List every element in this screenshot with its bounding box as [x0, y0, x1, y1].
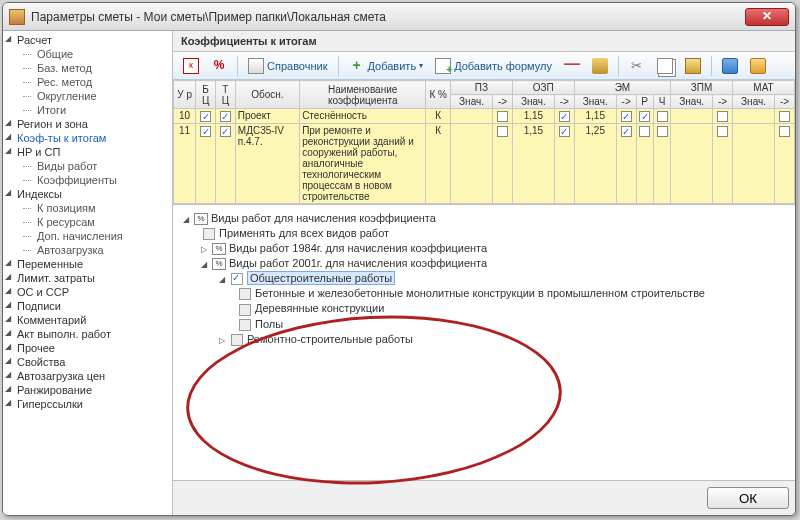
col-em-arrow[interactable]: -> — [616, 95, 636, 109]
collapse-icon[interactable]: ◢ — [199, 260, 209, 269]
tree-concrete[interactable]: Бетонные и железобетонные монолитные кон… — [181, 286, 787, 301]
collapse-icon[interactable]: ◢ — [181, 215, 191, 224]
checkbox[interactable] — [239, 304, 251, 316]
nav-group[interactable]: НР и СП — [3, 145, 172, 159]
nav-group[interactable]: Расчет — [3, 33, 172, 47]
nav-tree[interactable]: РасчетОбщиеБаз. методРес. методОкруглени… — [3, 31, 173, 515]
checkbox[interactable] — [203, 228, 215, 240]
reference-button[interactable]: Справочник — [244, 56, 332, 76]
nav-item[interactable]: К ресурсам — [3, 215, 172, 229]
col-name[interactable]: Наименование коэффициента — [300, 81, 426, 109]
k-icon: к — [183, 58, 199, 74]
nav-item[interactable]: Общие — [3, 47, 172, 61]
tree-general-works[interactable]: ◢Общестроительные работы — [181, 271, 787, 286]
col-mat-arrow[interactable]: -> — [775, 95, 795, 109]
nav-item[interactable]: Итоги — [3, 103, 172, 117]
checkbox[interactable] — [231, 334, 243, 346]
col-pz-val[interactable]: Знач. — [451, 95, 493, 109]
paste-button[interactable] — [681, 56, 705, 76]
close-button[interactable]: ✕ — [745, 8, 789, 26]
tree-apply-all[interactable]: Применять для всех видов работ — [181, 226, 787, 241]
nav-group[interactable]: Свойства — [3, 355, 172, 369]
tree-wood[interactable]: Деревянные конструкции — [181, 301, 787, 316]
checkbox[interactable] — [239, 319, 251, 331]
col-obosn[interactable]: Обосн. — [235, 81, 299, 109]
nav-group[interactable]: Автозагрузка цен — [3, 369, 172, 383]
tree-root[interactable]: ◢%Виды работ для начисления коэффициента — [181, 211, 787, 226]
add-label: Добавить — [368, 60, 417, 72]
col-pz[interactable]: ПЗ — [451, 81, 513, 95]
col-bc[interactable]: Б Ц — [196, 81, 216, 109]
work-types-tree[interactable]: ◢%Виды работ для начисления коэффициента… — [173, 205, 795, 480]
add-formula-button[interactable]: Добавить формулу — [431, 56, 556, 76]
coeff-grid[interactable]: У р Б Ц Т Ц Обосн. Наименование коэффици… — [173, 80, 795, 205]
checkbox[interactable] — [239, 288, 251, 300]
folder-open-icon — [750, 58, 766, 74]
nav-group[interactable]: Коэф-ты к итогам — [3, 131, 172, 145]
nav-group[interactable]: Акт выполн. работ — [3, 327, 172, 341]
col-ozp[interactable]: ОЗП — [512, 81, 574, 95]
separator — [338, 56, 339, 76]
nav-group[interactable]: Гиперссылки — [3, 397, 172, 411]
tree-repair[interactable]: ▷Ремонтно-строительные работы — [181, 332, 787, 347]
nav-group[interactable]: Переменные — [3, 257, 172, 271]
col-pz-arrow[interactable]: -> — [493, 95, 513, 109]
expand-icon[interactable]: ▷ — [217, 336, 227, 345]
tree-1984[interactable]: ▷%Виды работ 1984г. для начисления коэфф… — [181, 241, 787, 256]
nav-item[interactable]: Автозагрузка — [3, 243, 172, 257]
add-button[interactable]: +Добавить▾ — [345, 56, 428, 76]
col-ozp-arrow[interactable]: -> — [554, 95, 574, 109]
app-icon — [9, 9, 25, 25]
col-mat[interactable]: МАТ — [733, 81, 795, 95]
checkbox[interactable] — [231, 273, 243, 285]
titlebar: Параметры сметы - Мои сметы\Пример папки… — [3, 3, 795, 31]
col-em-r[interactable]: Р — [636, 95, 653, 109]
reference-label: Справочник — [267, 60, 328, 72]
nav-group[interactable]: Лимит. затраты — [3, 271, 172, 285]
tree-floors[interactable]: Полы — [181, 317, 787, 332]
nav-group[interactable]: Подписи — [3, 299, 172, 313]
cut-button[interactable]: ✂ — [625, 56, 649, 76]
remove-button[interactable]: — — [560, 56, 584, 76]
col-ur[interactable]: У р — [174, 81, 196, 109]
col-em[interactable]: ЭМ — [574, 81, 670, 95]
separator — [618, 56, 619, 76]
col-zpm[interactable]: ЗПМ — [671, 81, 733, 95]
nav-item[interactable]: Баз. метод — [3, 61, 172, 75]
tree-2001[interactable]: ◢%Виды работ 2001г. для начисления коэфф… — [181, 256, 787, 271]
nav-group[interactable]: Индексы — [3, 187, 172, 201]
percent-icon: % — [194, 213, 208, 225]
col-zpm-arrow[interactable]: -> — [713, 95, 733, 109]
col-em-val[interactable]: Знач. — [574, 95, 616, 109]
table-row[interactable]: 10ПроектСтеснённостьК1,151,15 — [174, 109, 795, 124]
collapse-icon[interactable]: ◢ — [217, 275, 227, 284]
formula-plus-icon — [435, 58, 451, 74]
nav-item[interactable]: Доп. начисления — [3, 229, 172, 243]
nav-group[interactable]: Прочее — [3, 341, 172, 355]
col-zpm-val[interactable]: Знач. — [671, 95, 713, 109]
nav-group[interactable]: Комментарий — [3, 313, 172, 327]
table-row[interactable]: 11МДС35-IV п.4.7.При ремонте и реконстру… — [174, 123, 795, 203]
nav-group[interactable]: Регион и зона — [3, 117, 172, 131]
col-mat-val[interactable]: Знач. — [733, 95, 775, 109]
open-button[interactable] — [746, 56, 770, 76]
col-kpct[interactable]: К % — [426, 81, 451, 109]
nav-group[interactable]: Ранжирование — [3, 383, 172, 397]
col-ozp-val[interactable]: Знач. — [512, 95, 554, 109]
ok-button[interactable]: ОК — [707, 487, 789, 509]
copy-button[interactable] — [653, 56, 677, 76]
nav-item[interactable]: Рес. метод — [3, 75, 172, 89]
nav-item[interactable]: Коэффициенты — [3, 173, 172, 187]
nav-item[interactable]: Округление — [3, 89, 172, 103]
expand-icon[interactable]: ▷ — [199, 245, 209, 254]
coeff-k-button[interactable]: к — [179, 56, 203, 76]
nav-group[interactable]: ОС и ССР — [3, 285, 172, 299]
percent-icon: % — [212, 243, 226, 255]
brush-button[interactable] — [588, 56, 612, 76]
nav-item[interactable]: К позициям — [3, 201, 172, 215]
col-tc[interactable]: Т Ц — [216, 81, 236, 109]
col-em-ch[interactable]: Ч — [653, 95, 670, 109]
save-button[interactable] — [718, 56, 742, 76]
nav-item[interactable]: Виды работ — [3, 159, 172, 173]
coeff-pct-button[interactable]: % — [207, 56, 231, 76]
